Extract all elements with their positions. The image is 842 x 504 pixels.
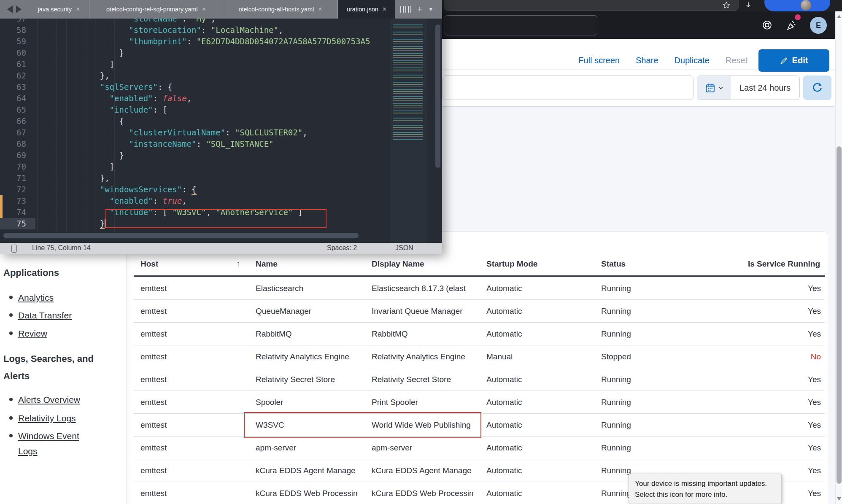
code-token: false: [162, 94, 186, 103]
new-tab-icon[interactable]: +: [417, 4, 422, 14]
table-annotation-box: [244, 412, 481, 438]
close-icon[interactable]: ×: [318, 5, 322, 13]
sidebar-item-data-transfer[interactable]: Data Transfer: [18, 308, 88, 323]
code-token: [37, 128, 129, 137]
address-bar[interactable]: [444, 0, 739, 11]
code-line[interactable]: 60 }: [0, 47, 442, 59]
browser-scrollbar[interactable]: [835, 11, 842, 504]
chevron-down-icon: [718, 85, 723, 91]
code-line[interactable]: 63 "sqlServers": {: [0, 81, 442, 93]
column-header-status[interactable]: Status: [601, 259, 626, 269]
table-row[interactable]: emttestRabbitMQRabbitMQAutomaticRunningY…: [131, 323, 828, 345]
code-line[interactable]: 69 }: [0, 150, 442, 161]
sidebar-section-title: Logs, Searches, and Alerts: [3, 350, 100, 385]
sidebar-item-windows-event-logs[interactable]: Windows Event Logs: [18, 429, 88, 459]
tab-java.security[interactable]: java.security×: [29, 0, 89, 19]
code-line[interactable]: 57 "storeName": "My",: [0, 19, 442, 24]
minimap[interactable]: [390, 19, 427, 243]
tab-otelcol-config-rel-sql-primary.yaml[interactable]: otelcol-config-rel-sql-primary.yaml×: [89, 0, 223, 19]
global-search-input[interactable]: [445, 15, 597, 35]
help-icon[interactable]: [762, 20, 772, 30]
code-line[interactable]: 72 "windowsServices": {: [0, 184, 442, 195]
table-row[interactable]: emttestRelativity Analytics EngineRelati…: [131, 345, 828, 368]
sidebar-item-analytics[interactable]: Analytics: [18, 290, 88, 305]
code-text: "clusterVirtualName": "SQLCLUSTER02",: [37, 127, 308, 138]
cell-status: Running: [601, 368, 707, 391]
code-token: "sqlServers": [100, 82, 158, 92]
indent-setting[interactable]: Spaces: 2: [327, 244, 357, 252]
cell-running: Yes: [808, 368, 821, 391]
cell-startup: Manual: [486, 345, 592, 368]
share-link[interactable]: Share: [636, 56, 658, 65]
language-mode[interactable]: JSON: [395, 244, 413, 252]
close-icon[interactable]: ×: [383, 5, 386, 13]
reset-link[interactable]: Reset: [726, 56, 748, 65]
code-token: "thumbprint": [129, 37, 186, 46]
code-line[interactable]: 68 "instanceName": "SQL_INSTANCE": [0, 138, 442, 150]
edit-button[interactable]: Edit: [758, 49, 829, 72]
status-bar-icon[interactable]: [11, 245, 17, 253]
dashboard-search-input[interactable]: [442, 75, 694, 100]
tab-otelcol-config-all-hosts.yaml[interactable]: otelcol-config-all-hosts.yaml×: [223, 0, 338, 19]
refresh-button[interactable]: [803, 75, 831, 100]
close-icon[interactable]: ×: [76, 5, 80, 13]
table-row[interactable]: emttestElasticsearchElasticsearch 8.17.3…: [131, 277, 828, 300]
editor-horizontal-scrollbar[interactable]: [3, 233, 359, 238]
column-header-display[interactable]: Display Name: [372, 259, 424, 269]
code-token: }: [37, 48, 124, 57]
column-header-name[interactable]: Name: [256, 259, 278, 269]
code-token: [37, 196, 110, 205]
sidebar-item-relativity-logs[interactable]: Relativity Logs: [18, 411, 88, 426]
browser-profile-button[interactable]: [764, 0, 830, 11]
date-picker-button[interactable]: [697, 76, 731, 100]
full-screen-link[interactable]: Full screen: [578, 56, 620, 65]
code-line[interactable]: 66 {: [0, 116, 442, 127]
editor-layout-icon[interactable]: [400, 6, 411, 13]
tab-label: uration.json: [347, 6, 378, 13]
column-header-startup[interactable]: Startup Mode: [486, 259, 537, 269]
code-line[interactable]: 73 "enabled": true,: [0, 195, 442, 207]
scroll-down-icon[interactable]: [837, 497, 841, 501]
table-row[interactable]: emttestapm-serverapm-serverAutomaticRunn…: [131, 437, 828, 459]
column-header-running[interactable]: Is Service Running: [748, 259, 820, 269]
editor-vertical-scrollbar[interactable]: [435, 24, 440, 168]
code-line[interactable]: 65 "include": [: [0, 104, 442, 116]
browser-extension-icon[interactable]: [744, 1, 753, 9]
line-number: 70: [0, 161, 26, 172]
column-header-host[interactable]: Host: [140, 259, 158, 269]
sidebar-item-alerts-overview[interactable]: Alerts Overview: [18, 392, 88, 407]
code-text: {: [37, 116, 124, 127]
code-area[interactable]: 57 "storeName": "My",58 "storeLocation":…: [0, 19, 442, 243]
forward-icon[interactable]: [16, 5, 22, 13]
cursor-position[interactable]: Line 75, Column 14: [32, 244, 91, 252]
code-line[interactable]: 64 "enabled": false,: [0, 93, 442, 104]
code-line[interactable]: 61 ]: [0, 59, 442, 70]
table-row[interactable]: emttestQueueManagerInvariant Queue Manag…: [131, 300, 828, 323]
browser-profile-avatar[interactable]: [801, 0, 811, 11]
scrollbar-thumb[interactable]: [837, 146, 842, 484]
cell-running: Yes: [808, 391, 821, 414]
bookmark-star-icon[interactable]: [722, 1, 731, 9]
code-line[interactable]: 70 ]: [0, 161, 442, 172]
code-line[interactable]: 59 "thumbprint": "E62D7D4DD8D054072A7A58…: [0, 36, 442, 47]
code-line[interactable]: 62 },: [0, 70, 442, 81]
cell-host: emttest: [140, 414, 246, 437]
tab-uration.json[interactable]: uration.json×: [338, 0, 395, 19]
cell-host: emttest: [140, 345, 246, 368]
table-row[interactable]: emttestSpoolerPrint SpoolerAutomaticRunn…: [131, 391, 828, 414]
table-row[interactable]: emttestRelativity Secret StoreRelativity…: [131, 368, 828, 391]
tab-overflow-icon[interactable]: ▼: [428, 6, 433, 12]
tooltip-line-2: Select this icon for more info.: [635, 489, 775, 500]
duplicate-link[interactable]: Duplicate: [674, 56, 709, 65]
tab-extras: + ▼: [395, 0, 433, 19]
code-line[interactable]: 71 },: [0, 172, 442, 184]
scroll-up-icon[interactable]: [837, 15, 841, 18]
close-icon[interactable]: ×: [202, 5, 206, 13]
news-feed-icon[interactable]: [786, 20, 797, 31]
code-line[interactable]: 58 "storeLocation": "LocalMachine",: [0, 24, 442, 36]
time-range-value[interactable]: Last 24 hours: [731, 76, 799, 100]
user-avatar[interactable]: E: [810, 17, 827, 34]
back-icon[interactable]: [7, 5, 13, 13]
sidebar-item-review[interactable]: Review: [18, 326, 88, 341]
code-line[interactable]: 67 "clusterVirtualName": "SQLCLUSTER02",: [0, 127, 442, 138]
